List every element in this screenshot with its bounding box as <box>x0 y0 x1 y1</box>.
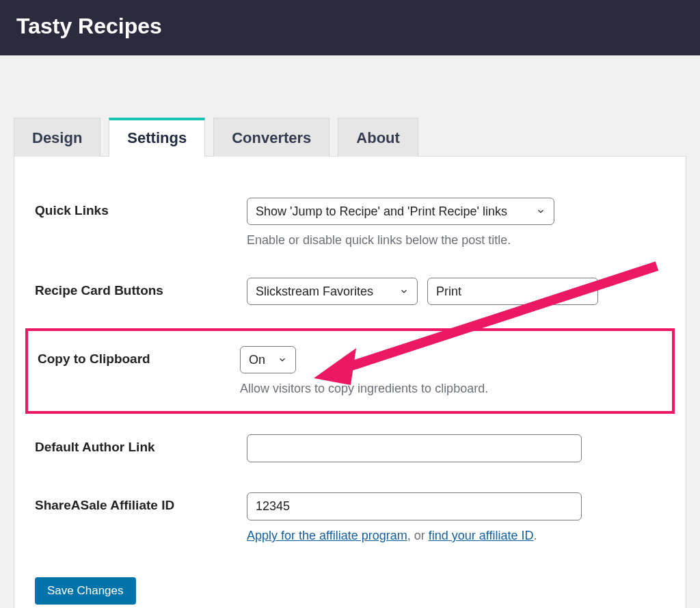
row-recipe-card-buttons: Recipe Card Buttons Slickstream Favorite… <box>35 278 665 305</box>
tab-label: Converters <box>232 129 311 146</box>
default-author-link-field <box>247 434 665 462</box>
chevron-down-icon <box>536 207 546 216</box>
chevron-down-icon <box>399 287 409 296</box>
select-value: On <box>249 353 265 367</box>
help-text: , or <box>407 529 429 542</box>
select-value: Slickstream Favorites <box>256 285 373 299</box>
help-text-end: . <box>534 529 537 542</box>
tab-label: Settings <box>127 129 187 146</box>
tabs-container: Design Settings Converters About <box>14 117 686 608</box>
find-affiliate-id-link[interactable]: find your affiliate ID <box>429 529 534 542</box>
page-body: Design Settings Converters About <box>0 117 700 608</box>
quick-links-select[interactable]: Show 'Jump to Recipe' and 'Print Recipe'… <box>247 198 554 225</box>
copy-clipboard-help: Allow visitors to copy ingredients to cl… <box>240 382 665 396</box>
quick-links-label: Quick Links <box>35 198 247 218</box>
save-changes-button[interactable]: Save Changes <box>35 577 136 605</box>
select-value: Print <box>436 285 461 299</box>
shareasale-help: Apply for the affiliate program, or find… <box>247 529 665 543</box>
row-copy-to-clipboard: Copy to Clipboard On Allow visitors to c… <box>25 328 675 414</box>
copy-clipboard-select[interactable]: On <box>240 346 296 373</box>
tab-label: About <box>356 129 400 146</box>
tab-design[interactable]: Design <box>14 118 100 157</box>
tab-converters[interactable]: Converters <box>213 118 329 157</box>
tab-settings[interactable]: Settings <box>109 118 205 157</box>
recipe-button2-select[interactable]: Print <box>427 278 598 305</box>
recipe-card-buttons-field: Slickstream Favorites Print <box>247 278 665 305</box>
tab-about[interactable]: About <box>338 118 418 157</box>
row-shareasale: ShareASale Affiliate ID Apply for the af… <box>35 492 665 543</box>
tabs-nav: Design Settings Converters About <box>14 117 686 157</box>
apply-affiliate-link[interactable]: Apply for the affiliate program <box>247 529 407 542</box>
shareasale-label: ShareASale Affiliate ID <box>35 492 247 513</box>
default-author-link-label: Default Author Link <box>35 434 247 455</box>
row-quick-links: Quick Links Show 'Jump to Recipe' and 'P… <box>35 198 665 248</box>
page-header: Tasty Recipes <box>0 0 700 55</box>
select-value: Show 'Jump to Recipe' and 'Print Recipe'… <box>256 204 507 219</box>
settings-panel: Quick Links Show 'Jump to Recipe' and 'P… <box>14 157 686 608</box>
page-title: Tasty Recipes <box>16 14 684 39</box>
quick-links-field: Show 'Jump to Recipe' and 'Print Recipe'… <box>247 198 665 248</box>
chevron-down-icon <box>580 287 589 296</box>
row-default-author-link: Default Author Link <box>35 434 665 462</box>
shareasale-input[interactable] <box>247 492 582 520</box>
shareasale-field: Apply for the affiliate program, or find… <box>247 492 665 543</box>
chevron-down-icon <box>278 355 287 365</box>
copy-clipboard-field: On Allow visitors to copy ingredients to… <box>240 346 665 396</box>
tab-label: Design <box>32 129 82 146</box>
copy-clipboard-label: Copy to Clipboard <box>28 346 240 367</box>
default-author-link-input[interactable] <box>247 434 582 462</box>
quick-links-help: Enable or disable quick links below the … <box>247 233 665 248</box>
recipe-card-buttons-label: Recipe Card Buttons <box>35 278 247 298</box>
recipe-button1-select[interactable]: Slickstream Favorites <box>247 278 418 305</box>
